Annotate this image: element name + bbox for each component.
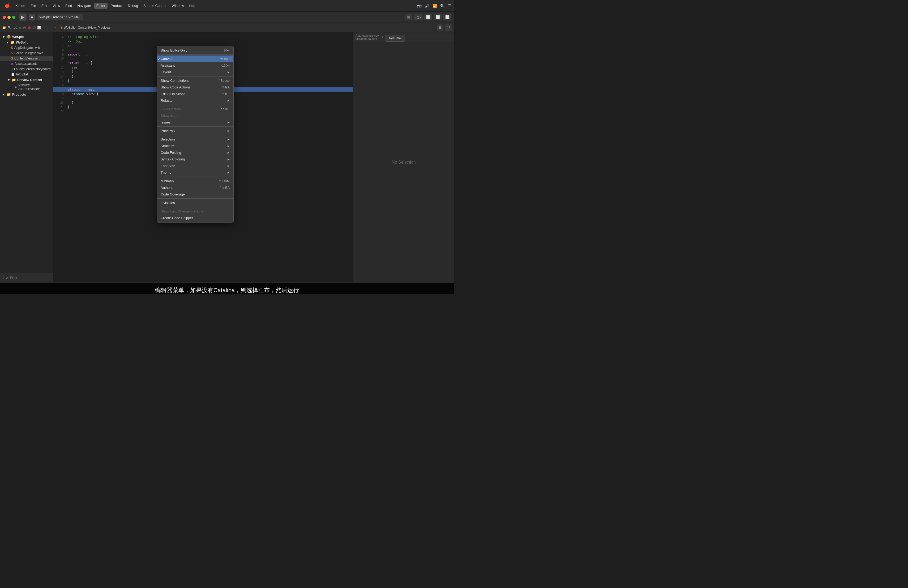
subtitle-chinese: 编辑器菜单，如果没有Catalina，则选择画布，然后运行 <box>155 286 299 294</box>
apple-menu[interactable]: 🍎 <box>3 3 12 8</box>
menu-issues[interactable]: Issues <box>157 119 233 126</box>
minimize-button[interactable] <box>7 16 11 19</box>
separator-8 <box>157 207 233 207</box>
menu-source-control[interactable]: Source Control <box>141 3 169 9</box>
menu-selection[interactable]: Selection <box>157 136 233 143</box>
editor-layout-btn[interactable]: ⊞ <box>437 24 443 31</box>
info-icon[interactable]: ℹ <box>382 35 383 39</box>
code-coverage-label: Code Coverage <box>161 192 185 196</box>
font-size-label: Font Size <box>161 164 175 168</box>
test-icon[interactable]: ◎ <box>23 26 26 29</box>
structure-label: Structure <box>161 144 175 148</box>
menubar-system-icons: 📷 🔊 📶 🔍 ☰ <box>417 4 451 8</box>
sidebar-item-products[interactable]: ▼ 📁 Products <box>0 92 53 97</box>
menu-create-code-snippet[interactable]: Create Code Snippet <box>157 214 233 221</box>
breakpoints-icon[interactable]: ⬡ <box>33 26 35 29</box>
sidebar-item-wesplit-root[interactable]: ▼ 📦 WeSplit <box>0 34 53 40</box>
menu-product[interactable]: Product <box>109 3 125 9</box>
no-selection-label: No Selection <box>391 160 416 165</box>
minimap-label: Minimap <box>161 179 174 183</box>
search-files-icon[interactable]: 🔍 <box>8 26 12 29</box>
menu-icon[interactable]: ☰ <box>448 4 451 8</box>
menu-show-code-actions[interactable]: Show Code Actions ⇧⌘A <box>157 84 233 90</box>
sidebar-scenedelegate-label: SceneDelegate.swift <box>14 51 43 55</box>
sidebar-item-appdelegate[interactable]: S AppDelegate.swift <box>0 45 53 50</box>
menu-minimap[interactable]: Minimap ⌃⇧⌘M <box>157 178 233 184</box>
debug-icon[interactable]: 🐞 <box>27 26 31 29</box>
sidebar-item-infoplist[interactable]: 📋 Info.plist <box>0 72 53 77</box>
reports-icon[interactable]: 📊 <box>37 26 41 29</box>
sidebar-item-scenedelegate[interactable]: S SceneDelegate.swift <box>0 50 53 56</box>
fullscreen-button[interactable] <box>12 16 15 19</box>
menu-navigate[interactable]: Navigate <box>75 3 93 9</box>
layout-button-2[interactable]: ⬜ <box>434 14 442 20</box>
menu-font-size[interactable]: Font Size <box>157 163 233 169</box>
assistant-label: Assistant <box>161 63 175 68</box>
editor-area: ‹ › S WeSplit › ContentView_Previews ⊞ ⬚… <box>53 23 454 282</box>
forward-arrow-icon[interactable]: › <box>57 26 58 29</box>
menu-canvas[interactable]: ✓ Canvas ⌥⌘↩ <box>157 55 233 62</box>
stop-button[interactable]: ■ <box>29 14 35 21</box>
folder-icon[interactable]: 📁 <box>2 26 6 29</box>
canvas-btn[interactable]: ⬚ <box>445 24 452 31</box>
back-arrow-icon[interactable]: ‹ <box>55 26 56 29</box>
menu-debug[interactable]: Debug <box>126 3 140 9</box>
sidebar-item-preview-content[interactable]: ▼ 📁 Preview Content <box>0 77 53 82</box>
run-button[interactable]: ▶ <box>19 13 27 21</box>
add-editor-button[interactable]: ⊞ <box>406 14 412 20</box>
menu-theme[interactable]: Theme <box>157 169 233 176</box>
menu-code-coverage[interactable]: Code Coverage <box>157 191 233 198</box>
add-file-icon[interactable]: + <box>2 275 4 280</box>
menu-editor[interactable]: Editor <box>94 3 108 9</box>
menu-authors[interactable]: Authors ⌃⇧⌘A <box>157 184 233 191</box>
back-forward-button[interactable]: ◁▷ <box>414 14 423 20</box>
sidebar-item-preview-assets[interactable]: ◈ Preview As...ts.xcassets <box>0 82 53 92</box>
source-control-icon[interactable]: ⎇ <box>13 26 17 29</box>
menu-show-completions[interactable]: Show Completions ⌃Space <box>157 77 233 84</box>
menu-show-editor-only[interactable]: Show Editor Only ⌘↩ <box>157 47 233 54</box>
assets-icon: ◈ <box>11 62 13 66</box>
menu-invisibles[interactable]: Invisibles <box>157 200 233 206</box>
tab-active[interactable]: ContentView_Previews <box>78 26 110 29</box>
filter-input[interactable] <box>10 276 50 280</box>
editor-dropdown-menu[interactable]: Show Editor Only ⌘↩ ✓ Canvas ⌥⌘↩ Assista… <box>157 46 233 222</box>
menu-view[interactable]: View <box>50 3 62 9</box>
layout-button-1[interactable]: ⬜ <box>424 14 432 20</box>
menu-find[interactable]: Find <box>63 3 74 9</box>
menu-previews[interactable]: Previews <box>157 127 233 134</box>
menu-file[interactable]: File <box>28 3 38 9</box>
close-button[interactable] <box>3 16 6 19</box>
menu-edit-all-in-scope[interactable]: Edit All in Scope ⌃⌘E <box>157 90 233 97</box>
menu-layout[interactable]: Layout <box>157 69 233 76</box>
menu-edit[interactable]: Edit <box>39 3 49 9</box>
menu-code-folding[interactable]: Code Folding <box>157 149 233 156</box>
menu-refactor[interactable]: Refactor <box>157 97 233 104</box>
sidebar-item-contentview[interactable]: S ContentView.swift <box>0 56 53 61</box>
sidebar-launchscreen-label: LaunchScreen.storyboard <box>14 67 50 71</box>
filter-icon: ⊿ <box>6 276 8 280</box>
canvas-shortcut: ⌥⌘↩ <box>220 57 230 61</box>
sidebar-item-wesplit[interactable]: ▼ 📁 WeSplit <box>0 40 53 45</box>
main-content: 📁 🔍 ⎇ ⚠ ◎ 🐞 ⬡ 📊 ▼ 📦 WeSplit ▼ 📁 WeSplit <box>0 23 454 282</box>
fix-all-label: Fix All Issues <box>161 107 181 111</box>
menu-window[interactable]: Window <box>170 3 186 9</box>
layout-button-3[interactable]: ⬜ <box>443 14 451 20</box>
menu-syntax-coloring[interactable]: Syntax Coloring <box>157 156 233 163</box>
tab-filename: WeSplit <box>64 26 75 29</box>
resume-button[interactable]: Resume <box>385 35 405 42</box>
sidebar-item-launchscreen[interactable]: ⎕ LaunchScreen.storyboard <box>0 66 53 72</box>
menu-assistant[interactable]: Assistant ⌥⌘↩ <box>157 62 233 69</box>
menu-structure[interactable]: Structure <box>157 143 233 149</box>
toolbar: ▶ ■ WeSplit › iPhone 11 Pro Ma... ⊞ ◁▷ ⬜… <box>0 12 454 23</box>
device-selector[interactable]: WeSplit › iPhone 11 Pro Ma... <box>37 14 84 20</box>
preview-assets-icon: ◈ <box>14 85 17 89</box>
menu-xcode[interactable]: Xcode <box>13 3 27 9</box>
sidebar-file-tree: ▼ 📦 WeSplit ▼ 📁 WeSplit S AppDelegate.sw… <box>0 32 53 273</box>
menu-help[interactable]: Help <box>187 3 199 9</box>
issues-icon[interactable]: ⚠ <box>19 26 21 29</box>
syntax-coloring-label: Syntax Coloring <box>161 157 185 161</box>
separator-4 <box>157 126 233 127</box>
sidebar-item-assets[interactable]: ◈ Assets.xcassets <box>0 61 53 66</box>
search-icon[interactable]: 🔍 <box>440 4 445 8</box>
subtitle-bar: 编辑器菜单，如果没有Catalina，则选择画布，然后运行 already ru… <box>0 282 454 294</box>
